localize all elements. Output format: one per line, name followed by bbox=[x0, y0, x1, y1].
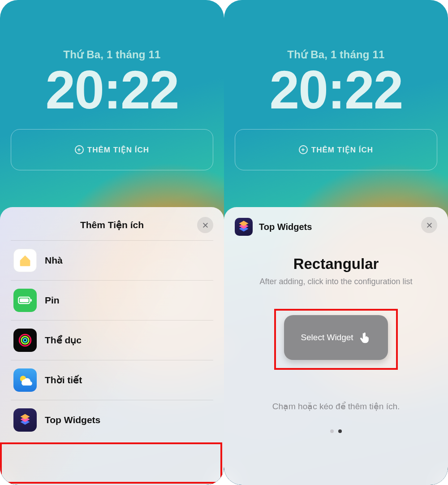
widget-app-row-fitness[interactable]: Thể dục bbox=[11, 320, 213, 360]
lock-time: 20:22 bbox=[224, 63, 448, 117]
lock-date: Thứ Ba, 1 tháng 11 bbox=[0, 48, 224, 61]
add-widget-slot[interactable]: + THÊM TIỆN ÍCH bbox=[235, 129, 437, 170]
page-dot-active bbox=[338, 429, 342, 433]
fitness-icon bbox=[13, 329, 37, 352]
widget-app-row-home[interactable]: Nhà bbox=[11, 240, 213, 280]
lock-screen-header: Thứ Ba, 1 tháng 11 20:22 bbox=[224, 0, 448, 117]
widget-row-label: Nhà bbox=[45, 255, 63, 266]
page-dot bbox=[330, 429, 334, 433]
close-button[interactable] bbox=[421, 217, 437, 233]
phone-left: Thứ Ba, 1 tháng 11 20:22 + THÊM TIỆN ÍCH… bbox=[0, 0, 224, 485]
widget-picker-sheet: Thêm Tiện ích Nhà Pin bbox=[0, 207, 224, 485]
select-widget-label: Select Widget bbox=[301, 333, 353, 342]
close-button[interactable] bbox=[197, 217, 213, 233]
pointer-hand-icon bbox=[359, 331, 371, 344]
top-widgets-icon bbox=[13, 408, 37, 432]
svg-point-4 bbox=[22, 337, 29, 344]
close-icon bbox=[202, 222, 209, 229]
svg-rect-1 bbox=[20, 299, 29, 303]
widget-app-list: Nhà Pin Thể dục Thời tiết bbox=[0, 240, 224, 440]
widget-type-subtitle: After adding, click into the configurati… bbox=[224, 277, 448, 286]
home-icon bbox=[13, 249, 37, 272]
widget-preview-area: Select Widget bbox=[224, 309, 448, 370]
lock-time: 20:22 bbox=[0, 63, 224, 117]
plus-circle-icon: + bbox=[75, 145, 84, 154]
widget-app-row-battery[interactable]: Pin bbox=[11, 280, 213, 320]
widget-app-row-top-widgets[interactable]: Top Widgets bbox=[11, 400, 213, 440]
svg-point-5 bbox=[23, 338, 27, 342]
add-widget-slot[interactable]: + THÊM TIỆN ÍCH bbox=[11, 129, 213, 170]
widget-row-label: Thể dục bbox=[45, 335, 82, 346]
sheet-header: Thêm Tiện ích bbox=[0, 207, 224, 240]
sheet-title: Thêm Tiện ích bbox=[0, 220, 224, 230]
close-icon bbox=[426, 222, 433, 229]
weather-icon bbox=[13, 368, 37, 392]
sheet-header: Top Widgets bbox=[224, 207, 448, 239]
lock-screen-header: Thứ Ba, 1 tháng 11 20:22 bbox=[0, 0, 224, 117]
widget-app-row-weather[interactable]: Thời tiết bbox=[11, 360, 213, 400]
add-widget-slot-label: THÊM TIỆN ÍCH bbox=[87, 145, 149, 155]
annotation-highlight-box: Select Widget bbox=[274, 309, 398, 370]
widget-detail-sheet: Top Widgets Rectangular After adding, cl… bbox=[224, 207, 448, 485]
svg-rect-2 bbox=[30, 299, 32, 302]
widget-row-label: Thời tiết bbox=[45, 375, 82, 385]
widget-type-title: Rectangular bbox=[224, 255, 448, 273]
widget-row-label: Top Widgets bbox=[45, 415, 100, 425]
sheet-app-name: Top Widgets bbox=[259, 222, 312, 232]
widget-row-label: Pin bbox=[45, 295, 60, 306]
page-indicator[interactable] bbox=[224, 429, 448, 433]
drag-hint-text: Chạm hoặc kéo để thêm tiện ích. bbox=[224, 401, 448, 411]
top-widgets-icon bbox=[235, 218, 253, 236]
plus-circle-icon: + bbox=[299, 145, 308, 154]
select-widget-button[interactable]: Select Widget bbox=[284, 315, 388, 360]
add-widget-slot-label: THÊM TIỆN ÍCH bbox=[311, 145, 373, 155]
phone-right: Thứ Ba, 1 tháng 11 20:22 + THÊM TIỆN ÍCH… bbox=[224, 0, 448, 485]
battery-icon bbox=[13, 289, 37, 312]
lock-date: Thứ Ba, 1 tháng 11 bbox=[224, 48, 448, 61]
